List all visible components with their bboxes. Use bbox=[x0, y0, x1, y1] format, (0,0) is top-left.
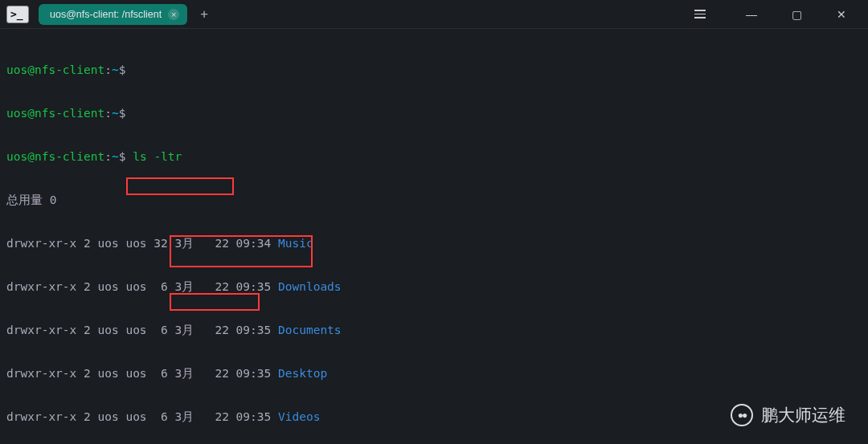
close-button[interactable]: ✕ bbox=[829, 8, 854, 21]
menu-button[interactable] bbox=[694, 10, 719, 18]
ls-row: drwxr-xr-x 2 uos uos 6 3月 22 09:35 Docum… bbox=[6, 323, 862, 337]
maximize-button[interactable]: ▢ bbox=[784, 8, 809, 21]
minimize-button[interactable]: — bbox=[739, 8, 764, 21]
command-text: ls -ltr bbox=[133, 150, 182, 163]
ls-row: drwxr-xr-x 2 uos uos 6 3月 22 09:35 Downl… bbox=[6, 279, 862, 294]
prompt-line: uos@nfs-client:~$ bbox=[6, 63, 862, 77]
wechat-icon: ●● bbox=[731, 404, 753, 426]
ls-row: drwxr-xr-x 2 uos uos 32 3月 22 09:34 Musi… bbox=[6, 236, 862, 251]
terminal-tab[interactable]: uos@nfs-client: /nfsclient × bbox=[39, 4, 187, 25]
window-titlebar: >_ uos@nfs-client: /nfsclient × + — ▢ ✕ bbox=[0, 0, 868, 29]
window-controls: — ▢ ✕ bbox=[694, 8, 862, 21]
output-line: 总用量 0 bbox=[6, 193, 862, 207]
tab-close-icon[interactable]: × bbox=[168, 9, 179, 20]
tab-title: uos@nfs-client: /nfsclient bbox=[50, 9, 162, 20]
highlight-box-cat bbox=[170, 293, 260, 311]
terminal-app-icon: >_ bbox=[6, 6, 29, 23]
ls-row: drwxr-xr-x 2 uos uos 6 3月 22 09:35 Deskt… bbox=[6, 366, 862, 381]
watermark: ●● 鹏大师运维 bbox=[731, 404, 845, 426]
watermark-text: 鹏大师运维 bbox=[761, 404, 845, 426]
prompt-line: uos@nfs-client:~$ ls -ltr bbox=[6, 149, 862, 164]
new-tab-button[interactable]: + bbox=[194, 4, 215, 25]
terminal-body[interactable]: uos@nfs-client:~$ uos@nfs-client:~$ uos@… bbox=[0, 29, 868, 444]
prompt-line: uos@nfs-client:~$ bbox=[6, 106, 862, 120]
hamburger-icon bbox=[694, 10, 706, 18]
